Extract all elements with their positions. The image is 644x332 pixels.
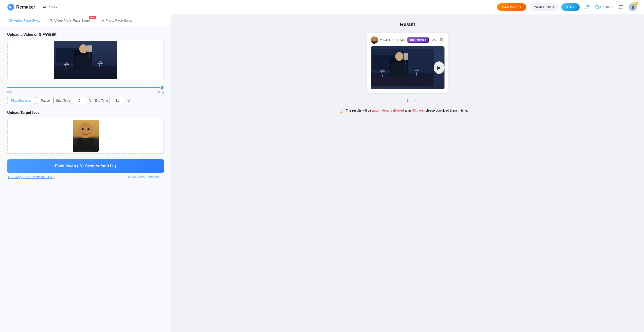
- start-time-group: Start Time (s): [56, 97, 92, 104]
- svg-point-18: [87, 128, 90, 130]
- tabs-bar: Video Face Swap Video Multi–Face Swap NE…: [0, 14, 171, 26]
- left-panel: Video Face Swap Video Multi–Face Swap NE…: [0, 14, 171, 332]
- warning-highlight: automatically deleted: [372, 109, 404, 112]
- language-button[interactable]: 🌐 English ▾: [595, 5, 614, 9]
- next-page-button[interactable]: ›: [413, 97, 418, 104]
- video-result-scene: ▶: [371, 46, 444, 89]
- upload-face-box[interactable]: [7, 118, 164, 154]
- free-credits-button[interactable]: Free Credits: [497, 3, 526, 11]
- play-button-overlay[interactable]: ▶: [434, 61, 444, 74]
- start-unit-label: (s): [89, 99, 92, 102]
- video-scene: [54, 41, 117, 79]
- svg-rect-12: [54, 69, 117, 79]
- pagination-row: ‹ 1 ›: [180, 97, 635, 104]
- sub-links: HD Swap ( 155 Credits for 31 s ) Try AI …: [7, 175, 164, 179]
- play-controls: Play Selection Pause Start Time (s) End …: [7, 97, 164, 104]
- video-range-slider[interactable]: [7, 87, 164, 88]
- video-scene-art: [54, 41, 117, 79]
- language-label: English: [600, 5, 611, 9]
- slider-section: 0(s) 31(s): [7, 85, 164, 94]
- header: R Remaker AI Tools ▾ Free Credits Credit…: [0, 0, 644, 14]
- start-time-label: Start Time: [56, 99, 70, 102]
- chevron-down-icon: ▾: [56, 6, 57, 8]
- vip-badge: VIP: [634, 2, 638, 5]
- upload-video-box[interactable]: [7, 40, 164, 80]
- svg-rect-28: [371, 76, 434, 86]
- svg-point-16: [79, 122, 92, 138]
- tab-photo-face-swap[interactable]: Photo Face Swap: [97, 14, 136, 26]
- prev-page-button[interactable]: ‹: [397, 97, 402, 104]
- tab-multi-label: Video Multi–Face Swap: [54, 18, 90, 22]
- slider-start-label: 0(s): [7, 91, 12, 94]
- play-selection-label: Play Selection: [11, 99, 31, 102]
- download-button[interactable]: [431, 37, 437, 43]
- free-credits-label: Free Credits: [502, 5, 522, 9]
- ai-tools-button[interactable]: AI Tools ▾: [41, 4, 59, 10]
- play-selection-button[interactable]: Play Selection: [7, 97, 35, 104]
- tab-video-multi-face-swap[interactable]: Video Multi–Face Swap NEW: [46, 14, 95, 26]
- logo-area: R Remaker: [7, 3, 35, 11]
- right-panel: Result: [171, 14, 644, 332]
- page-number: 1: [405, 98, 410, 102]
- avatar-vip[interactable]: 👤 VIP: [629, 3, 637, 11]
- video-result-container[interactable]: ▶: [371, 46, 444, 89]
- svg-point-17: [82, 128, 84, 130]
- hd-enhance-badge[interactable]: HD Enhance: [407, 37, 429, 43]
- video-icon: [9, 19, 12, 22]
- end-unit-label: (s): [126, 99, 130, 102]
- result-avatar-img: [371, 36, 378, 44]
- credits-label: Credits: 1618: [534, 5, 554, 9]
- hd-swap-button[interactable]: HD Swap ( 155 Credits for 31 s ): [8, 175, 54, 179]
- end-time-label: End Time: [95, 99, 108, 102]
- upload-video-section: Upload a Video or GIF/WEBP: [7, 33, 164, 80]
- svg-point-6: [102, 19, 102, 20]
- play-triangle-icon: ▶: [437, 65, 441, 71]
- svg-rect-14: [87, 45, 92, 52]
- warning-icon: ⚠: [340, 108, 344, 114]
- tab-photo-label: Photo Face Swap: [106, 18, 132, 22]
- warning-text-after: please download them in time.: [424, 109, 468, 112]
- lang-chevron-icon: ▾: [612, 6, 614, 8]
- end-time-input[interactable]: [110, 97, 125, 104]
- result-card-actions: [431, 37, 444, 43]
- result-video-art: [371, 46, 434, 89]
- face-preview: [73, 120, 99, 152]
- hd-swap-label: HD Swap ( 155 Credits for 31 s ): [8, 175, 54, 179]
- download-icon: [432, 37, 436, 42]
- svg-point-11: [79, 44, 87, 53]
- globe-icon: 🌐: [595, 5, 600, 9]
- group-icon-button[interactable]: [583, 3, 591, 11]
- slider-labels: 0(s) 31(s): [7, 91, 164, 94]
- video-preview: [54, 41, 117, 79]
- svg-point-27: [395, 52, 403, 61]
- result-avatar: [371, 36, 378, 44]
- group-icon: [585, 5, 590, 10]
- person-icon: [49, 19, 53, 22]
- tab-video-face-swap[interactable]: Video Face Swap: [6, 14, 44, 26]
- warning-text-before: The results will be: [346, 109, 372, 112]
- photo-icon: [101, 19, 104, 22]
- trash-icon: [440, 37, 444, 42]
- chat-button[interactable]: [617, 3, 625, 11]
- chat-icon: [618, 5, 624, 10]
- pause-button[interactable]: Pause: [37, 97, 54, 104]
- warning-message: ⚠ The results will be automatically dele…: [340, 108, 475, 114]
- slider-track: [7, 85, 164, 89]
- delete-button[interactable]: [439, 37, 444, 43]
- svg-text:R: R: [9, 5, 11, 9]
- tab-video-label: Video Face Swap: [14, 18, 40, 22]
- face-swap-main-label: Face Swap ( 31 Credits for 31s ): [55, 164, 116, 168]
- main-layout: Video Face Swap Video Multi–Face Swap NE…: [0, 14, 644, 332]
- end-time-group: End Time (s): [95, 97, 130, 104]
- new-badge: NEW: [89, 16, 96, 19]
- upload-video-label: Upload a Video or GIF/WEBP: [7, 33, 164, 37]
- warning-text: The results will be automatically delete…: [346, 108, 468, 113]
- result-card-header: 2024.08.21 15:40 HD Enhance: [371, 36, 444, 44]
- face-swap-main-button[interactable]: Face Swap ( 31 Credits for 31s ): [7, 159, 164, 173]
- start-time-input[interactable]: [72, 97, 87, 104]
- ai-enhancer-button[interactable]: Try AI Video Enhancer →: [128, 175, 163, 179]
- content-area: Upload a Video or GIF/WEBP: [0, 26, 171, 185]
- credits-button[interactable]: Credits: 1618: [530, 3, 558, 11]
- price-button[interactable]: Price: [561, 3, 580, 11]
- result-timestamp: 2024.08.21 15:40: [380, 38, 405, 42]
